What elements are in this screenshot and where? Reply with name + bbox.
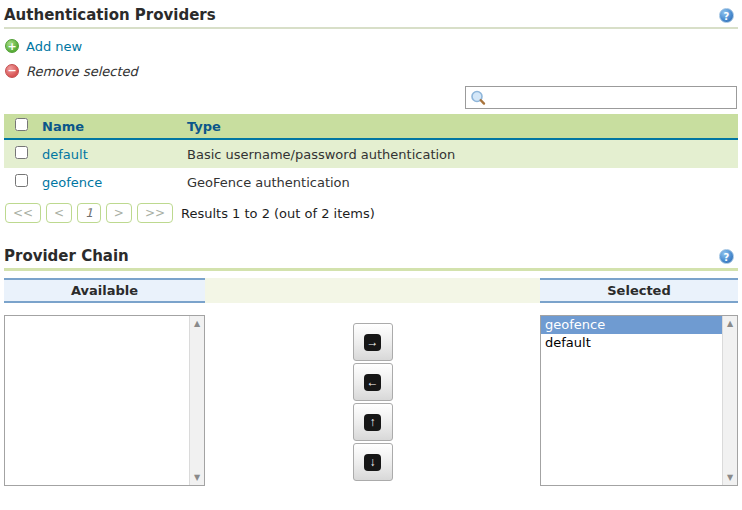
column-header-name[interactable]: Name	[38, 114, 183, 139]
move-down-button[interactable]: ↓	[353, 443, 393, 481]
remove-icon: −	[5, 64, 19, 78]
scroll-up-icon[interactable]: ▲	[723, 319, 737, 328]
pager: << < 1 > >> Results 1 to 2 (out of 2 ite…	[5, 203, 738, 223]
pager-prev-button[interactable]: <	[46, 203, 72, 223]
move-right-button[interactable]: →	[353, 323, 393, 361]
table-row: geofence GeoFence authentication	[4, 168, 738, 196]
auth-providers-header: Authentication Providers ?	[4, 4, 738, 29]
help-icon[interactable]: ?	[719, 8, 734, 23]
selected-items: geofence default	[541, 316, 722, 352]
remove-selected-link[interactable]: Remove selected	[26, 64, 138, 79]
list-item-default[interactable]: default	[541, 334, 722, 352]
scroll-down-icon[interactable]: ▼	[190, 473, 204, 482]
add-new-link[interactable]: Add new	[26, 39, 82, 54]
row-checkbox-geofence[interactable]	[15, 174, 28, 187]
page: Authentication Providers ? + Add new − R…	[0, 0, 742, 510]
column-header-type[interactable]: Type	[183, 114, 738, 139]
provider-link-default[interactable]: default	[42, 147, 88, 162]
provider-chain-palette: Available ▲ ▼ → ←	[4, 278, 738, 486]
pager-first-button[interactable]: <<	[5, 203, 41, 223]
select-all-checkbox[interactable]	[15, 118, 28, 131]
available-listbox[interactable]: ▲ ▼	[4, 315, 205, 486]
page-title: Authentication Providers	[4, 6, 216, 24]
middle-header-strip	[205, 278, 540, 303]
provider-chain-section: Provider Chain ? Available ▲ ▼	[4, 245, 738, 486]
transfer-buttons: → ← ↑ ↓	[353, 323, 393, 481]
list-item-geofence[interactable]: geofence	[541, 316, 722, 334]
arrow-right-icon: →	[364, 334, 381, 351]
transfer-column: → ← ↑ ↓	[205, 278, 540, 486]
search-input[interactable]	[466, 87, 736, 108]
row-checkbox-default[interactable]	[15, 146, 28, 159]
scroll-down-icon[interactable]: ▼	[723, 473, 737, 482]
pager-summary: Results 1 to 2 (out of 2 items)	[181, 206, 375, 221]
add-new-row: + Add new	[5, 38, 738, 54]
table-header-row: Name Type	[4, 114, 738, 139]
pager-next-button[interactable]: >	[106, 203, 132, 223]
provider-chain-header: Provider Chain ?	[4, 245, 738, 271]
help-icon[interactable]: ?	[719, 249, 734, 264]
add-icon: +	[5, 39, 19, 53]
pager-page-button[interactable]: 1	[77, 203, 101, 223]
arrow-up-icon: ↑	[364, 414, 381, 431]
providers-table: Name Type default Basic username/passwor…	[4, 114, 738, 196]
provider-link-geofence[interactable]: geofence	[42, 175, 102, 190]
selected-column: Selected geofence default ▲ ▼	[540, 278, 738, 486]
search-row	[4, 86, 737, 109]
arrow-left-icon: ←	[364, 374, 381, 391]
remove-selected-row: − Remove selected	[5, 63, 738, 79]
move-up-button[interactable]: ↑	[353, 403, 393, 441]
selected-header: Selected	[540, 278, 738, 303]
provider-chain-title: Provider Chain	[4, 247, 129, 265]
arrow-down-icon: ↓	[364, 454, 381, 471]
search-box	[465, 86, 737, 109]
move-left-button[interactable]: ←	[353, 363, 393, 401]
pager-last-button[interactable]: >>	[137, 203, 173, 223]
selected-listbox[interactable]: geofence default ▲ ▼	[540, 315, 738, 486]
table-row: default Basic username/password authenti…	[4, 139, 738, 168]
search-icon	[470, 90, 487, 107]
available-column: Available ▲ ▼	[4, 278, 205, 486]
available-header: Available	[4, 278, 205, 303]
provider-type: GeoFence authentication	[183, 168, 738, 196]
selected-scrollbar[interactable]: ▲ ▼	[722, 316, 737, 485]
available-scrollbar[interactable]: ▲ ▼	[189, 316, 204, 485]
scroll-up-icon[interactable]: ▲	[190, 319, 204, 328]
provider-type: Basic username/password authentication	[183, 139, 738, 168]
